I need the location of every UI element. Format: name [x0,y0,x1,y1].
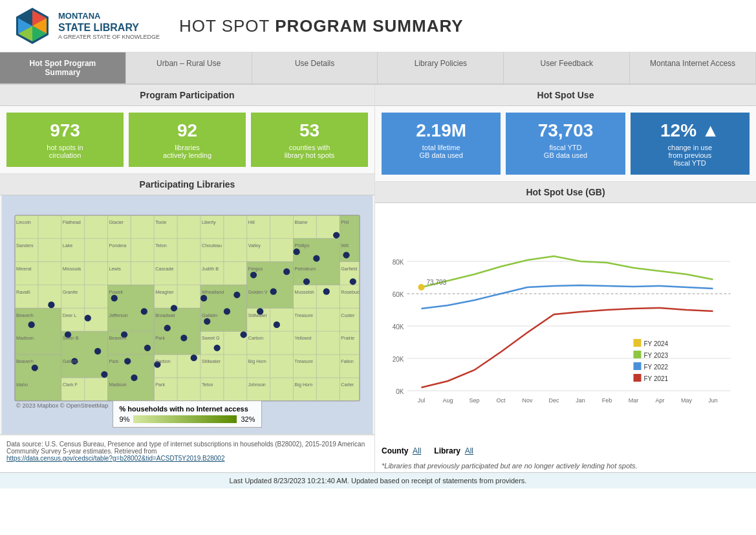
svg-text:Granite: Granite [63,290,78,295]
svg-text:Jun: Jun [708,397,718,404]
svg-point-49 [101,371,107,378]
svg-text:60K: 60K [393,291,404,298]
svg-text:Chouteau: Chouteau [202,243,222,248]
tab-montana-internet[interactable]: Montana Internet Access [630,52,756,83]
svg-text:Big Horn: Big Horn [295,382,313,388]
svg-text:Beaverh: Beaverh [109,336,127,341]
svg-text:Ravalli: Ravalli [16,290,30,295]
svg-text:Feb: Feb [602,397,612,404]
legend-title: % households with no Internet access [120,405,255,413]
svg-rect-174 [634,374,642,382]
kpi-total-lifetime-number: 2.19M [387,120,495,141]
svg-point-53 [131,375,137,381]
svg-point-50 [111,295,118,301]
svg-text:20K: 20K [393,356,404,363]
svg-point-63 [214,345,221,351]
svg-text:Missoula: Missoula [63,267,81,272]
svg-text:Silver B: Silver B [63,336,79,341]
svg-text:Beaverh: Beaverh [16,359,34,364]
tab-urban-rural[interactable]: Urban – Rural Use [126,52,252,83]
kpi-fiscal-ytd-label: fiscal YTDGB data used [511,144,620,159]
kpi-libraries-label: librariesactively lending [134,144,241,159]
legend-max: 32% [241,415,255,423]
logo-text: MONTANA STATE LIBRARY A GREATER STATE OF… [58,11,160,41]
svg-point-58 [171,305,177,311]
map-container: Lincoln Flathead Glacier Toole Liberty H… [0,195,374,435]
tab-library-policies[interactable]: Library Policies [378,52,504,83]
svg-text:40K: 40K [393,323,404,331]
svg-text:Madison: Madison [109,382,127,388]
svg-text:Park: Park [109,359,119,364]
svg-point-78 [350,278,356,285]
svg-text:Fergus: Fergus [248,267,263,272]
svg-point-71 [283,268,290,275]
svg-text:Prairie: Prairie [341,336,354,341]
logo-area: MONTANA STATE LIBRARY A GREATER STATE OF… [13,6,160,45]
svg-text:0K: 0K [396,388,404,395]
fy2022-line [422,285,713,309]
svg-text:Carbon: Carbon [155,359,170,364]
kpi-counties-number: 53 [256,120,363,141]
logo-montana: MONTANA [58,11,160,21]
svg-text:Stillwater: Stillwater [248,313,268,318]
svg-text:FY 2022: FY 2022 [644,364,669,371]
svg-text:Sweet G: Sweet G [202,336,220,341]
kpi-counties-label: counties withlibrary hot spots [256,144,363,159]
svg-point-48 [94,348,101,355]
svg-text:FY 2024: FY 2024 [644,340,669,347]
svg-text:Mineral: Mineral [16,267,32,272]
tab-use-details[interactable]: Use Details [252,52,378,83]
data-source-link[interactable]: https://data.census.gov/cedsci/table?g=b… [6,455,224,462]
svg-point-69 [270,289,277,295]
kpi-total-lifetime: 2.19M total lifetimeGB data used [382,113,501,175]
logo-icon [13,6,52,45]
hot-spot-use-chart-header: Hot Spot Use (GB) [375,182,756,203]
svg-text:Judith B: Judith B [202,267,219,272]
data-source-text: Data source: U.S. Census Bureau, Presenc… [6,441,365,455]
svg-text:Park: Park [155,382,165,388]
kpi-hot-spots: 973 hot spots incirculation [6,113,124,167]
logo-state-library: STATE LIBRARY [58,21,160,34]
svg-text:Garfield: Garfield [341,267,357,272]
library-filter-value[interactable]: All [465,446,473,455]
title-prefix: HOT SPOT [179,16,275,36]
svg-text:Deer L: Deer L [63,313,76,318]
svg-text:Cascade: Cascade [155,267,173,272]
tab-hot-spot-summary[interactable]: Hot Spot Program Summary [0,52,126,83]
svg-point-59 [180,334,187,341]
svg-text:Meagher: Meagher [155,290,174,295]
county-filter-value[interactable]: All [413,446,421,455]
svg-point-60 [191,355,197,361]
hot-spot-use-kpis: 2.19M total lifetimeGB data used 73,703 … [375,106,756,182]
right-panel: Hot Spot Use 2.19M total lifetimeGB data… [375,85,756,472]
svg-text:Nov: Nov [522,397,533,404]
svg-text:Stillwater: Stillwater [202,359,221,364]
svg-text:Liberty: Liberty [202,220,216,225]
svg-text:Custer: Custer [341,313,355,318]
kpi-change-label: change in usefrom previousfiscal YTD [636,144,744,167]
svg-text:Musselsh: Musselsh [295,290,314,295]
svg-point-44 [32,364,38,371]
tab-user-feedback[interactable]: User Feedback [504,52,630,83]
page-header: MONTANA STATE LIBRARY A GREATER STATE OF… [0,0,756,52]
fy2024-dot [418,284,425,290]
svg-text:80K: 80K [393,259,404,266]
svg-text:Fallon: Fallon [341,359,354,364]
svg-point-52 [124,358,131,364]
chart-filters: County All Library All [375,442,756,459]
svg-text:Gallatin: Gallatin [202,313,217,318]
svg-text:Powell: Powell [109,290,123,295]
legend-gradient [133,415,237,423]
svg-point-62 [204,318,210,325]
svg-text:Golden V: Golden V [248,290,268,295]
svg-text:Yellowst: Yellowst [295,336,312,341]
svg-point-42 [28,322,35,328]
svg-text:Sanders: Sanders [16,243,34,248]
svg-point-47 [85,315,91,322]
svg-point-66 [241,331,247,338]
fy2023-line [422,256,713,287]
svg-point-75 [323,289,330,295]
fy2021-line [422,308,713,388]
svg-point-57 [164,325,171,331]
svg-point-43 [48,301,54,308]
